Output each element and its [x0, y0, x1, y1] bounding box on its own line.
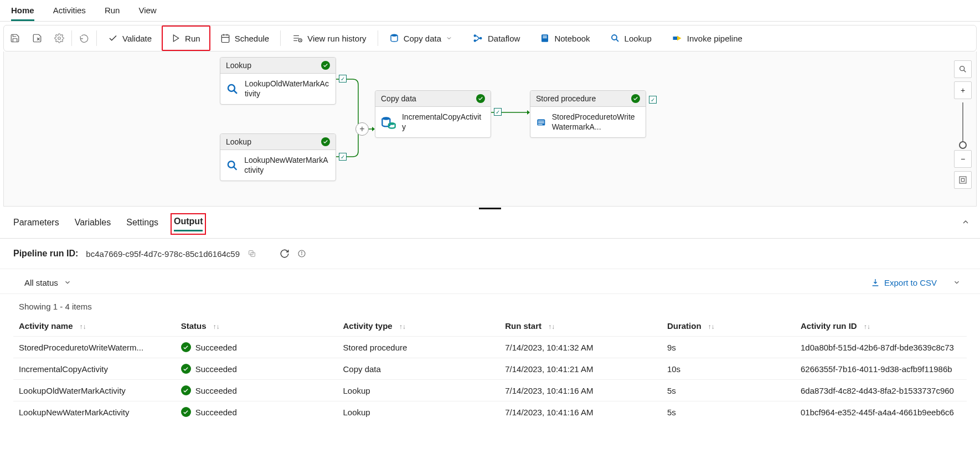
- search-icon: [610, 33, 620, 43]
- refresh-button[interactable]: [280, 249, 290, 259]
- zoom-in-button[interactable]: +: [954, 81, 972, 99]
- svg-point-9: [474, 40, 476, 42]
- collapse-panel-button[interactable]: [961, 218, 970, 226]
- tab-variables[interactable]: Variables: [75, 218, 111, 231]
- undo-button[interactable]: [73, 25, 95, 51]
- copydata-label: Copy data: [404, 34, 441, 43]
- history-button[interactable]: View run history: [282, 25, 376, 51]
- status-filter-label: All status: [24, 278, 58, 287]
- chevron-up-icon: [961, 218, 970, 226]
- col-duration[interactable]: Duration↑↓: [662, 316, 795, 337]
- svg-rect-13: [543, 38, 548, 39]
- cell-duration: 9s: [662, 337, 795, 358]
- activity-storedproc[interactable]: Stored procedure StoredProceduretoWriteW…: [530, 90, 646, 138]
- fit-button[interactable]: [954, 171, 972, 189]
- undo-icon: [79, 33, 89, 43]
- settings-button[interactable]: [48, 25, 70, 51]
- svg-rect-16: [673, 37, 677, 40]
- copydata-button[interactable]: Copy data: [379, 25, 462, 51]
- tab-parameters[interactable]: Parameters: [13, 218, 59, 231]
- add-activity-button[interactable]: +: [355, 122, 369, 136]
- ribbon-tab-home[interactable]: Home: [11, 0, 34, 21]
- tab-settings[interactable]: Settings: [126, 218, 158, 231]
- canvas-controls: + −: [954, 60, 972, 192]
- table-row[interactable]: LookupNewWaterMarkActivity Succeeded Loo…: [13, 401, 967, 423]
- sort-icon: ↑↓: [864, 323, 870, 331]
- zoom-out-button[interactable]: −: [954, 150, 972, 168]
- chevron-down-icon: [953, 279, 961, 286]
- download-icon: [871, 278, 880, 287]
- run-button[interactable]: Run: [162, 25, 210, 51]
- ribbon-tab-run[interactable]: Run: [105, 0, 120, 21]
- col-run-id[interactable]: Activity run ID↑↓: [795, 316, 967, 337]
- notebook-icon: [540, 33, 550, 43]
- cell-duration: 10s: [662, 358, 795, 380]
- database-icon: [381, 115, 396, 130]
- tab-output[interactable]: Output: [174, 217, 203, 231]
- validate-button[interactable]: Validate: [98, 25, 162, 51]
- zoom-slider-knob[interactable]: [959, 141, 967, 149]
- minus-icon: −: [961, 154, 965, 163]
- ribbon-tab-activities[interactable]: Activities: [53, 0, 86, 21]
- success-status-icon: [181, 385, 191, 395]
- output-panel-tabs: Parameters Variables Settings Output: [0, 210, 980, 239]
- svg-line-19: [234, 90, 236, 93]
- activity-type-label: Stored procedure: [536, 94, 596, 103]
- ribbon-tab-view[interactable]: View: [138, 0, 156, 21]
- activity-type-label: Copy data: [381, 94, 416, 103]
- cell-status: Succeeded: [176, 401, 338, 423]
- dependency-success-icon: ✓: [494, 108, 502, 116]
- svg-point-0: [58, 37, 61, 40]
- info-button[interactable]: [297, 249, 306, 258]
- activity-runs-table: Activity name↑↓ Status↑↓ Activity type↑↓…: [13, 316, 967, 422]
- col-status[interactable]: Status↑↓: [176, 316, 338, 337]
- copy-run-id-button[interactable]: [247, 249, 256, 258]
- activity-name-label: LookupNewWaterMarkActivity: [244, 156, 330, 175]
- svg-rect-25: [538, 120, 544, 121]
- toolbar-separator: [378, 30, 378, 46]
- history-icon: [292, 33, 303, 43]
- invoke-button[interactable]: Invoke pipeline: [662, 25, 752, 51]
- export-label: Export to CSV: [884, 278, 937, 287]
- save-as-button[interactable]: [26, 25, 48, 51]
- stored-procedure-icon: [536, 115, 546, 130]
- svg-point-8: [474, 35, 476, 37]
- table-row[interactable]: LookupOldWaterMarkActivity Succeeded Loo…: [13, 380, 967, 401]
- search-icon: [226, 158, 239, 173]
- table-row[interactable]: IncrementalCopyActivity Succeeded Copy d…: [13, 358, 967, 380]
- svg-point-39: [302, 252, 302, 252]
- pipeline-canvas[interactable]: Lookup LookupOldWaterMarkActivity Lookup…: [3, 51, 977, 207]
- col-run-start[interactable]: Run start↑↓: [499, 316, 662, 337]
- dataflow-button[interactable]: Dataflow: [462, 25, 530, 51]
- export-csv-button[interactable]: Export to CSV: [871, 278, 937, 287]
- table-row[interactable]: StoredProceduretoWriteWaterm... Succeede…: [13, 337, 967, 358]
- dataflow-label: Dataflow: [488, 34, 520, 43]
- export-more-button[interactable]: [950, 276, 963, 289]
- col-activity-type[interactable]: Activity type↑↓: [337, 316, 499, 337]
- run-id-label: Pipeline run ID:: [13, 249, 78, 259]
- chevron-down-icon: [446, 35, 452, 42]
- find-button[interactable]: [954, 60, 972, 78]
- svg-point-14: [612, 35, 617, 40]
- connector: [336, 74, 375, 162]
- notebook-button[interactable]: Notebook: [530, 25, 600, 51]
- export-group: Export to CSV: [871, 276, 963, 289]
- success-status-icon: [181, 342, 191, 352]
- svg-rect-34: [961, 178, 964, 181]
- col-activity-name[interactable]: Activity name↑↓: [13, 316, 176, 337]
- svg-rect-33: [960, 177, 966, 183]
- zoom-slider[interactable]: [962, 102, 963, 147]
- activity-lookup-old[interactable]: Lookup LookupOldWaterMarkActivity: [220, 57, 336, 105]
- activity-type-label: Lookup: [226, 61, 251, 70]
- status-filter-dropdown[interactable]: All status: [24, 278, 71, 287]
- lookup-button[interactable]: Lookup: [600, 25, 662, 51]
- activity-lookup-new[interactable]: Lookup LookupNewWaterMarkActivity: [220, 133, 336, 181]
- schedule-button[interactable]: Schedule: [210, 25, 280, 51]
- dataflow-icon: [472, 33, 483, 43]
- svg-point-10: [480, 38, 482, 39]
- cell-duration: 5s: [662, 380, 795, 401]
- save-button[interactable]: [4, 25, 26, 51]
- svg-line-15: [616, 39, 618, 42]
- activity-copy[interactable]: Copy data IncrementalCopyActivity: [375, 90, 491, 138]
- play-icon: [172, 34, 180, 43]
